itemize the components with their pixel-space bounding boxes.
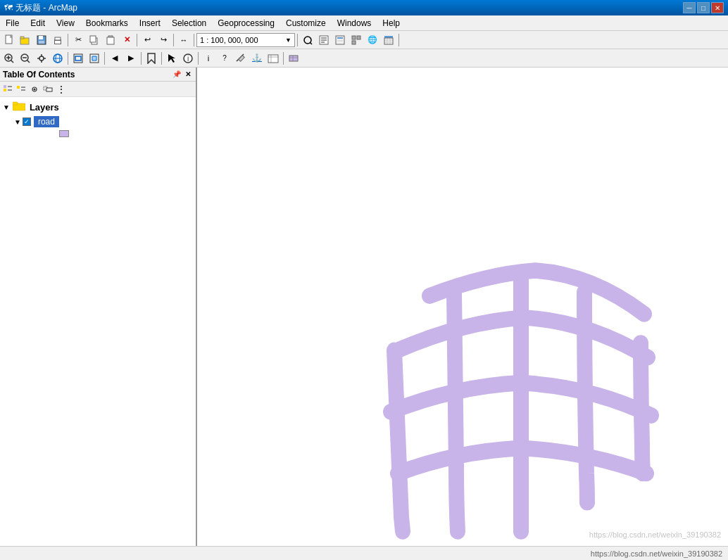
svg-rect-43	[75, 56, 81, 61]
status-url: https://blog.csdn.net/weixin_39190382	[591, 549, 722, 558]
toc-content: ▼ Layers ▼ ✓ road	[0, 97, 196, 546]
toc-options[interactable]: ⋮	[55, 83, 68, 96]
toc-list-by-visibility[interactable]	[28, 83, 41, 96]
pan-button[interactable]	[34, 51, 49, 66]
zoom-in-button[interactable]	[1, 51, 17, 66]
redo-button[interactable]: ↪	[156, 32, 171, 48]
svg-rect-55	[4, 85, 6, 88]
svg-rect-30	[384, 38, 393, 44]
bookmark-button[interactable]	[144, 51, 159, 66]
move-tool[interactable]: ↔	[176, 32, 192, 48]
menu-bookmarks[interactable]: Bookmarks	[80, 15, 134, 30]
layers-group-label: Layers	[30, 102, 59, 113]
toc-header: Table Of Contents 📌 ✕	[0, 68, 196, 82]
toc-list-by-source[interactable]	[15, 83, 27, 96]
scale-dropdown-icon[interactable]: ▼	[285, 37, 291, 44]
toc-close-button[interactable]: ✕	[183, 70, 193, 79]
toc-list-by-drawing-order[interactable]	[1, 83, 14, 96]
cut-button[interactable]: ✂	[70, 32, 86, 48]
html-popup-button[interactable]: ?	[217, 51, 232, 66]
data-view-button[interactable]	[332, 32, 348, 48]
info-button[interactable]: i	[180, 51, 196, 66]
maximize-button[interactable]: □	[697, 2, 710, 13]
zoom-to-selected[interactable]	[300, 32, 315, 48]
menu-insert[interactable]: Insert	[134, 15, 166, 30]
layer-color-swatch	[59, 130, 69, 137]
toc-title: Table Of Contents	[3, 70, 172, 79]
new-button[interactable]	[1, 32, 17, 48]
copy-button[interactable]	[87, 32, 102, 48]
app-icon: 🗺	[4, 3, 13, 13]
globe-button[interactable]	[50, 51, 65, 66]
toc-layer-road[interactable]: ▼ ✓ road	[3, 115, 193, 129]
svg-text:i: i	[187, 55, 189, 63]
window-title: 无标题 - ArcMap	[15, 2, 683, 14]
menu-geoprocessing[interactable]: Geoprocessing	[212, 15, 280, 30]
svg-line-32	[11, 60, 14, 63]
layers-expand-arrow: ▼	[3, 103, 10, 111]
svg-point-61	[34, 88, 36, 90]
close-button[interactable]: ✕	[711, 2, 724, 13]
hyperlink-button[interactable]: ⚓	[249, 51, 265, 66]
menu-windows[interactable]: Windows	[332, 15, 377, 30]
svg-rect-7	[55, 37, 61, 40]
separator-3	[173, 34, 174, 46]
toc-toolbar: ⋮	[0, 82, 196, 97]
svg-marker-45	[148, 53, 155, 63]
toc-layers-group[interactable]: ▼ Layers	[3, 100, 193, 115]
layout-view-button[interactable]	[349, 32, 364, 48]
select-elements-button[interactable]	[164, 51, 180, 66]
menu-help[interactable]: Help	[377, 15, 406, 30]
scale-selector[interactable]: 1 : 100, 000, 000 ▼	[196, 33, 295, 47]
print-button[interactable]	[50, 32, 65, 48]
open-button[interactable]	[18, 32, 33, 48]
zoom-out-button[interactable]	[18, 51, 33, 66]
toolbar-navigation: ◀ ▶ i i ? ⚓	[0, 49, 728, 68]
identify-button[interactable]: i	[201, 51, 216, 66]
menu-file[interactable]: File	[0, 15, 25, 30]
menu-customize[interactable]: Customize	[280, 15, 332, 30]
paste-button[interactable]	[103, 32, 118, 48]
save-button[interactable]	[34, 32, 49, 48]
menu-view[interactable]: View	[51, 15, 80, 30]
svg-rect-49	[268, 55, 278, 63]
undo-button[interactable]: ↩	[139, 32, 155, 48]
menu-selection[interactable]: Selection	[166, 15, 212, 30]
measure-button[interactable]	[233, 51, 249, 66]
layer-swatch-row	[3, 130, 193, 137]
layer-name: road	[34, 116, 59, 127]
status-bar: https://blog.csdn.net/weixin_39190382	[0, 546, 728, 560]
toc-list-by-selection[interactable]	[42, 83, 54, 96]
svg-rect-10	[90, 36, 96, 42]
menu-edit[interactable]: Edit	[25, 15, 51, 30]
open-table-button[interactable]	[265, 51, 281, 66]
title-bar: 🗺 无标题 - ArcMap ─ □ ✕	[0, 0, 728, 15]
sep-nav-5	[198, 52, 199, 65]
sep-nav-2	[104, 52, 105, 65]
find-button[interactable]	[316, 32, 332, 48]
minimize-button[interactable]: ─	[683, 2, 696, 13]
svg-rect-2	[20, 37, 24, 39]
globe-view-button[interactable]: 🌐	[365, 32, 380, 48]
svg-rect-59	[17, 86, 20, 89]
svg-rect-65	[13, 102, 18, 105]
toc-header-buttons: 📌 ✕	[172, 70, 193, 79]
layer-visibility-checkbox[interactable]: ✓	[23, 117, 31, 126]
svg-rect-8	[55, 41, 61, 44]
full-extent-button[interactable]	[70, 51, 86, 66]
zoom-to-layer[interactable]	[87, 51, 102, 66]
svg-rect-63	[46, 88, 52, 91]
delete-button[interactable]: ✕	[119, 32, 134, 48]
layers-folder-icon	[13, 101, 25, 113]
table-button[interactable]	[381, 32, 396, 48]
svg-rect-23	[357, 36, 360, 39]
watermark: https://blog.csdn.net/weixin_39190382	[589, 530, 721, 539]
more-tools[interactable]	[286, 51, 301, 66]
svg-rect-24	[352, 41, 356, 44]
back-button[interactable]: ◀	[107, 51, 123, 66]
toc-pin-button[interactable]: 📌	[172, 70, 182, 79]
forward-button[interactable]: ▶	[123, 51, 139, 66]
map-canvas[interactable]: .road { stroke: #c8b4e8; fill: none; str…	[197, 68, 728, 546]
window-controls: ─ □ ✕	[683, 2, 724, 13]
map-svg: .road { stroke: #c8b4e8; fill: none; str…	[197, 68, 728, 546]
